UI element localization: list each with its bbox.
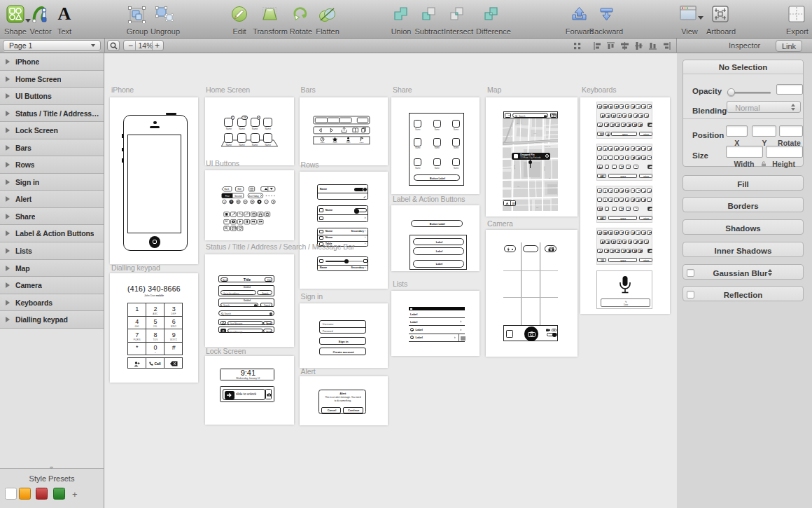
svg-text:Edit: Edit (237, 188, 241, 191)
svg-text:First: First (225, 195, 229, 198)
svg-text:Second: Second (234, 195, 242, 198)
svg-text:St: St (517, 123, 519, 125)
svg-text:Label: Label (346, 142, 350, 144)
svg-text:Label: Label (320, 142, 324, 144)
svg-text:Ave: Ave (533, 132, 537, 135)
svg-text:✓: ✓ (265, 200, 267, 203)
svg-text:Road: Road (512, 165, 515, 170)
svg-text:Ave: Ave (517, 186, 520, 188)
svg-text:St: St (549, 177, 551, 179)
svg-text:Street: Street (543, 166, 545, 171)
svg-text:Label: Label (359, 142, 363, 144)
svg-text:Label: Label (332, 142, 337, 144)
svg-text:Back: Back (224, 188, 229, 191)
svg-text:Main St: Main St (545, 146, 550, 148)
svg-text:Just Today: Just Today (248, 195, 259, 198)
svg-text:i: i (224, 201, 225, 204)
